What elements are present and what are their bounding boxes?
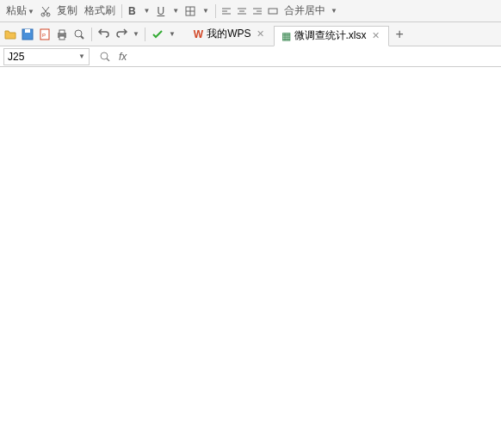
align-left-icon[interactable] [220,4,233,18]
svg-line-2 [43,7,49,15]
zoom-icon[interactable] [98,50,112,64]
print-icon[interactable] [55,28,69,41]
separator [145,28,145,41]
paste-label: 粘贴 [6,4,27,16]
check-icon[interactable] [151,28,164,41]
spreadsheet-icon: ▦ [281,30,291,42]
separator [215,4,216,18]
tab-wps-home[interactable]: W 我的WPS ✕ [186,24,274,45]
align-center-icon[interactable] [235,4,249,18]
separator [91,28,92,41]
tab-label: 我的WPS [207,27,251,41]
format-painter-button[interactable]: 格式刷 [82,2,118,20]
print-preview-icon[interactable] [72,28,86,41]
merge-cells-icon[interactable] [266,4,280,18]
paste-button[interactable]: 粘贴▼ [3,2,37,20]
main-toolbar: 粘贴▼ 复制 格式刷 B ▼ U ▼ ▼ 合并居中 ▼ [0,0,501,22]
chevron-down-icon[interactable]: ▼ [200,5,212,16]
cut-icon[interactable] [39,4,53,18]
svg-line-3 [42,7,48,15]
svg-rect-22 [59,30,65,34]
name-box[interactable]: J25 ▼ [3,48,90,65]
separator [121,4,122,18]
chevron-down-icon: ▼ [28,8,34,15]
close-icon[interactable]: ✕ [370,30,381,41]
svg-point-26 [101,52,108,59]
chevron-down-icon[interactable]: ▼ [133,30,139,38]
chevron-down-icon: ▼ [331,7,337,15]
formula-bar: J25 ▼ fx [0,46,501,67]
save-icon[interactable] [21,28,34,41]
redo-icon[interactable] [114,28,128,41]
svg-line-25 [81,36,84,39]
pdf-icon[interactable]: P [38,28,52,41]
undo-icon[interactable] [97,28,111,41]
fx-icon[interactable]: fx [119,51,127,63]
tab-current-file[interactable]: ▦ 微调查统计.xlsx ✕ [274,26,389,46]
fx-area: fx [98,50,127,64]
svg-point-24 [75,30,82,37]
align-right-icon[interactable] [251,4,264,18]
bold-button[interactable]: B [126,3,139,19]
close-icon[interactable]: ✕ [255,28,266,40]
name-box-value: J25 [8,51,24,63]
new-tab-button[interactable]: + [389,27,411,42]
svg-rect-23 [59,36,65,40]
border-icon[interactable] [183,4,197,18]
chevron-down-icon[interactable]: ▼ [141,5,153,16]
svg-text:P: P [42,33,46,38]
chevron-down-icon[interactable]: ▼ [170,5,182,16]
file-toolbar: P ▼ ▼ W 我的WPS ✕ ▦ 微调查统计.xlsx ✕ + [0,22,501,46]
wps-logo-icon: W [194,28,203,40]
tab-label: 微调查统计.xlsx [294,28,367,43]
svg-line-27 [107,58,109,61]
merge-center-button[interactable]: 合并居中 [281,2,328,20]
svg-rect-18 [25,29,30,33]
chevron-down-icon[interactable]: ▼ [169,30,176,38]
open-folder-icon[interactable] [3,28,17,41]
underline-button[interactable]: U [155,3,168,19]
chevron-down-icon: ▼ [78,52,85,60]
document-tabs: W 我的WPS ✕ ▦ 微调查统计.xlsx ✕ + [186,22,411,46]
copy-button[interactable]: 复制 [54,2,80,20]
svg-rect-16 [269,9,277,14]
